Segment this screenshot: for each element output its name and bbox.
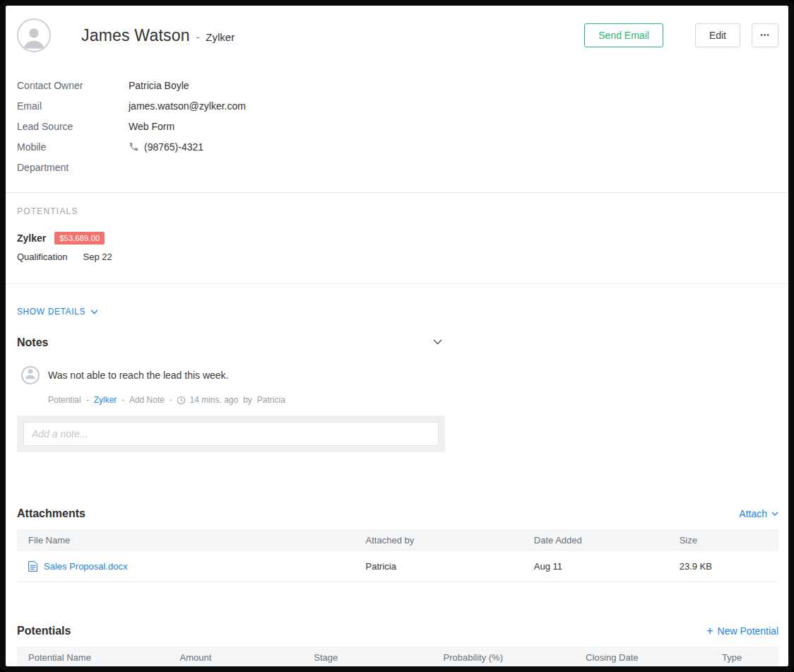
potential-row: Zylker $53,689.00 Qualification 10 Sep 2…: [17, 668, 778, 672]
contact-company: Zylker: [206, 31, 235, 43]
column-header: Potential Name: [17, 647, 169, 668]
potential-amount: $53,689.00: [169, 668, 303, 672]
field-label: Mobile: [17, 141, 129, 153]
field-label: Email: [17, 100, 129, 112]
more-actions-button[interactable]: •••: [752, 23, 778, 47]
attachment-attached-by: Patricia: [355, 551, 523, 582]
detail-row-email: Email james.watson@zylker.com: [17, 95, 778, 116]
field-value: (98765)-4321: [129, 141, 203, 153]
potentials-header: Potentials + New Potential: [17, 625, 778, 637]
note-related-label: Potential: [48, 395, 81, 405]
contact-name: James Watson: [81, 26, 190, 45]
note-author-avatar: [21, 366, 40, 384]
note-author: Patricia: [257, 395, 285, 405]
clock-icon: [177, 396, 186, 405]
person-icon: [20, 23, 48, 51]
note-action-label: Add Note: [129, 395, 165, 405]
potential-stage: Qualification: [17, 252, 68, 262]
notes-section: Notes Was not able to reach the lead thi…: [17, 334, 445, 452]
contact-avatar: [17, 18, 51, 52]
detail-row-contact-owner: Contact Owner Patricia Boyle: [17, 75, 778, 95]
amount-badge: $53,689.00: [54, 232, 105, 244]
potentials-band-title: POTENTIALS: [17, 206, 778, 216]
potentials-table: Potential Name Amount Stage Probability …: [17, 647, 778, 672]
bullet-separator: •: [170, 396, 172, 404]
show-details-link[interactable]: SHOW DETAILS: [17, 307, 98, 317]
note-item: Was not able to reach the lead this week…: [17, 366, 445, 384]
potential-stage: Qualification: [302, 668, 432, 672]
bullet-separator: •: [122, 396, 124, 404]
attachment-row: Sales Proposal.docx Patricia Aug 11 23.9…: [17, 551, 778, 582]
contact-header: James Watson - Zylker Send Email Edit ••…: [6, 6, 788, 58]
note-time-ago: 14 mins. ago: [189, 395, 238, 405]
document-icon: [28, 561, 37, 572]
potentials-title: Potentials: [17, 625, 71, 637]
column-header: Type: [711, 647, 778, 668]
edit-button[interactable]: Edit: [695, 23, 740, 47]
detail-row-mobile: Mobile (98765)-4321: [17, 136, 778, 157]
attachments-table: File Name Attached by Date Added Size: [17, 529, 778, 582]
note-text: Was not able to reach the lead this week…: [48, 366, 229, 384]
potential-closing-date: Sep 22: [574, 668, 711, 672]
attachment-size: 23.9 KB: [668, 551, 778, 582]
attachments-header: Attachments Attach: [17, 507, 778, 520]
note-meta-separator: -: [86, 395, 89, 405]
file-cell: Sales Proposal.docx: [28, 561, 349, 572]
note-input-container: [17, 415, 445, 452]
mobile-number: (98765)-4321: [144, 141, 203, 153]
attachments-section: Attachments Attach File Name Attached by…: [17, 507, 778, 582]
contact-details: Contact Owner Patricia Boyle Email james…: [6, 58, 788, 177]
person-icon: [23, 366, 37, 383]
column-header: Closing Date: [574, 647, 711, 668]
phone-icon: [129, 141, 139, 152]
column-header: Size: [668, 529, 778, 551]
new-potential-button[interactable]: + New Potential: [706, 625, 778, 637]
potentials-header-row: Potential Name Amount Stage Probability …: [17, 647, 778, 668]
potentials-section: Potentials + New Potential Potential Nam…: [17, 625, 778, 672]
notes-title: Notes: [17, 336, 48, 349]
field-label: Contact Owner: [17, 80, 129, 91]
chevron-down-icon: [433, 339, 442, 345]
notes-collapse-toggle[interactable]: [430, 334, 445, 349]
plus-icon: +: [706, 627, 713, 635]
potential-summary-item: Zylker $53,689.00: [17, 232, 778, 244]
chevron-down-icon: [771, 512, 778, 516]
chevron-down-icon: [90, 310, 98, 314]
send-email-button[interactable]: Send Email: [584, 23, 663, 47]
potential-name: Zylker: [17, 232, 46, 244]
column-header: File Name: [17, 529, 355, 551]
potential-probability: 10: [432, 668, 574, 672]
column-header: Amount: [169, 647, 303, 668]
field-value: Web Form: [129, 121, 174, 132]
potentials-summary-band: POTENTIALS Zylker $53,689.00 Qualificati…: [6, 192, 788, 284]
note-by-label: by: [243, 395, 252, 405]
add-note-input[interactable]: [23, 422, 439, 446]
note-related-link[interactable]: Zylker: [94, 395, 117, 405]
title-separator: -: [196, 32, 200, 43]
attachment-file-link[interactable]: Sales Proposal.docx: [44, 561, 128, 572]
field-label: Department: [17, 162, 129, 173]
attach-label: Attach: [739, 508, 767, 519]
column-header: Date Added: [523, 529, 668, 551]
attach-button[interactable]: Attach: [739, 508, 778, 519]
column-header: Attached by: [355, 529, 523, 551]
field-value: james.watson@zylker.com: [129, 100, 246, 112]
page-title: James Watson - Zylker: [81, 26, 235, 45]
column-header: Stage: [302, 647, 432, 668]
attachment-date-added: Aug 11: [523, 551, 668, 582]
attachments-header-row: File Name Attached by Date Added Size: [17, 529, 778, 551]
notes-header: Notes: [17, 334, 445, 349]
detail-row-department: Department: [17, 157, 778, 177]
new-potential-label: New Potential: [718, 625, 778, 637]
attachments-title: Attachments: [17, 507, 85, 520]
show-details-label: SHOW DETAILS: [17, 307, 85, 317]
field-value: Patricia Boyle: [129, 80, 189, 91]
potential-summary-meta: Qualification Sep 22: [17, 252, 778, 262]
detail-row-lead-source: Lead Source Web Form: [17, 116, 778, 136]
field-label: Lead Source: [17, 121, 129, 132]
note-meta: Potential - Zylker • Add Note • 14 mins.…: [48, 395, 445, 405]
potential-closing-date: Sep 22: [83, 252, 112, 262]
header-actions: Send Email Edit •••: [584, 23, 778, 47]
contact-detail-page: James Watson - Zylker Send Email Edit ••…: [0, 0, 794, 672]
potential-type: [711, 668, 778, 672]
